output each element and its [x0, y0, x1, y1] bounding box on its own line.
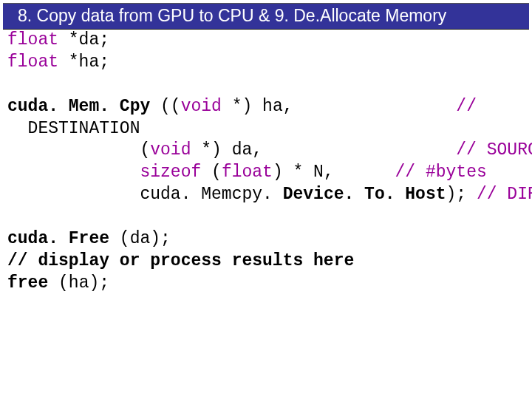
- slide-title: 8. Copy data from GPU to CPU & 9. De.All…: [18, 6, 446, 25]
- func-cudamemcpy: cuda. Mem. Cpy: [7, 97, 150, 116]
- code-text: *da;: [58, 30, 109, 50]
- keyword-sizeof: sizeof: [140, 163, 201, 182]
- enum-devicetohost: Device. To. Host: [283, 185, 446, 204]
- code-text: ) * N,: [273, 163, 395, 182]
- code-text: DESTINATION: [7, 119, 140, 138]
- func-cudafree: cuda. Free: [7, 229, 109, 248]
- code-text: cuda. Memcpy.: [7, 185, 283, 204]
- code-text: *) da,: [191, 140, 456, 160]
- title-bar: 8. Copy data from GPU to CPU & 9. De.All…: [3, 3, 529, 30]
- code-text: ((: [150, 97, 180, 116]
- keyword-float: float: [7, 52, 58, 72]
- comment-direction: // DIRECTION: [477, 185, 532, 204]
- code-text: [7, 163, 140, 182]
- keyword-float: float: [7, 30, 58, 50]
- code-text: (ha);: [48, 273, 109, 293]
- code-block: float *da; float *ha; cuda. Mem. Cpy ((v…: [0, 30, 532, 295]
- code-text: *ha;: [58, 52, 109, 72]
- code-text: (da);: [109, 229, 171, 248]
- comment-display: // display or process results here: [7, 251, 354, 270]
- code-text: );: [446, 185, 477, 204]
- comment-bytes: // #bytes: [395, 163, 487, 182]
- func-free: free: [7, 273, 48, 293]
- keyword-float: float: [222, 163, 273, 182]
- code-text: (: [201, 163, 222, 182]
- code-text: (: [7, 140, 150, 160]
- comment-slashes: //: [456, 97, 477, 116]
- code-text: *) ha,: [222, 97, 456, 116]
- keyword-void: void: [150, 140, 191, 160]
- keyword-void: void: [181, 97, 222, 116]
- comment-source: // SOURCE: [456, 140, 532, 160]
